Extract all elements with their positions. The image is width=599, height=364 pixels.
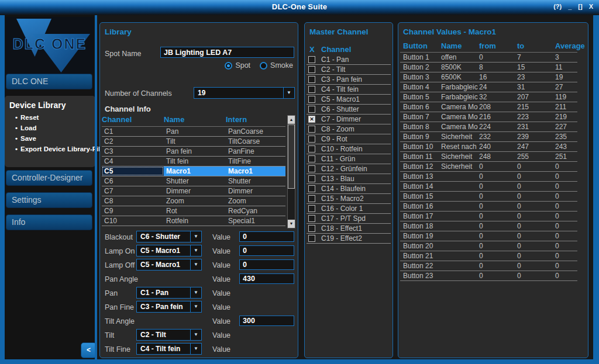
channel-values-row[interactable]: Button 16000 bbox=[400, 202, 577, 212]
blackout-value-input[interactable] bbox=[239, 231, 294, 242]
channel-values-row[interactable]: Button 7Camera Mod216223219 bbox=[400, 112, 577, 122]
tilt-angle-value-input[interactable] bbox=[239, 316, 294, 326]
channel-info-row[interactable]: C1PanPanCoarse bbox=[102, 127, 285, 137]
channel-values-row[interactable]: Button 22000 bbox=[400, 261, 577, 271]
spot-radio[interactable]: Spot bbox=[225, 61, 250, 70]
master-channel-checkbox[interactable] bbox=[308, 126, 315, 133]
master-channel-checkbox[interactable] bbox=[308, 76, 315, 83]
channel-values-row[interactable]: Button 5Farbabgleich32207119 bbox=[400, 92, 577, 102]
channel-values-row[interactable]: Button 21000 bbox=[400, 251, 577, 261]
channel-values-row[interactable]: Button 17000 bbox=[400, 212, 577, 221]
master-channel-checkbox[interactable] bbox=[308, 225, 315, 232]
lamp-on-channel-select[interactable]: C5 - Macro1▼ bbox=[136, 245, 202, 256]
master-channel-checkbox[interactable] bbox=[308, 155, 315, 162]
master-channel-checkbox[interactable]: ✕ bbox=[308, 116, 315, 123]
channel-values-row[interactable]: Button 9Sicherheit232239235 bbox=[400, 132, 577, 142]
channel-values-row[interactable]: Button 4Farbabgleich243127 bbox=[400, 82, 577, 92]
channel-values-row[interactable]: Button 14000 bbox=[400, 182, 577, 192]
sidebar-item-settings[interactable]: Settings bbox=[6, 192, 92, 208]
number-of-channels-select[interactable]: 19 ▼ bbox=[194, 87, 295, 99]
master-channel-checkbox[interactable] bbox=[308, 165, 315, 172]
scroll-down-icon[interactable]: ▼ bbox=[288, 220, 295, 228]
channel-values-row[interactable]: Button 19000 bbox=[400, 231, 577, 241]
channel-info-scrollbar[interactable]: ▲ ▼ bbox=[287, 115, 295, 228]
channel-values-row[interactable]: Button 36500K162319 bbox=[400, 72, 577, 82]
blackout-channel-select[interactable]: C6 - Shutter▼ bbox=[136, 231, 202, 242]
sidebar-item-controller-designer[interactable]: Controller-Designer bbox=[6, 170, 92, 186]
tilt-channel-select[interactable]: C2 - Tilt▼ bbox=[136, 329, 202, 341]
channel-info-row[interactable]: C5Macro1Macro1 bbox=[102, 167, 285, 176]
pan-fine-channel-select[interactable]: C3 - Pan fein▼ bbox=[136, 301, 202, 313]
sidebar-item-save[interactable]: •Save bbox=[5, 133, 95, 144]
master-channel-checkbox[interactable] bbox=[308, 86, 315, 93]
channel-info-row[interactable]: C6ShutterShutter bbox=[102, 176, 285, 186]
sidebar-collapse-button[interactable]: < bbox=[81, 342, 97, 358]
master-channel-checkbox[interactable] bbox=[308, 136, 315, 143]
channel-info-row[interactable]: C7DimmerDimmer bbox=[102, 186, 285, 196]
channel-values-row[interactable]: Button 20000 bbox=[400, 241, 577, 251]
sidebar-item-info[interactable]: Info bbox=[6, 214, 92, 230]
channel-values-row[interactable]: Button 1offen073 bbox=[400, 53, 577, 63]
master-channel-checkbox[interactable] bbox=[308, 235, 315, 242]
sidebar-item-device-library[interactable]: Device Library bbox=[5, 96, 95, 112]
tilt-fine-channel-select[interactable]: C4 - Tilt fein▼ bbox=[136, 343, 202, 355]
sidebar-item-reset[interactable]: •Reset bbox=[5, 112, 95, 123]
lamp-off-channel-select[interactable]: C5 - Macro1▼ bbox=[136, 259, 202, 271]
minimize-icon[interactable]: _ bbox=[568, 3, 572, 10]
from-cell: 8 bbox=[479, 63, 514, 71]
tilt-angle-label: Tilt Angle bbox=[105, 317, 135, 325]
channel-values-row[interactable]: Button 23000 bbox=[400, 271, 577, 281]
master-channel-checkbox[interactable] bbox=[308, 185, 315, 192]
pan-angle-value-input[interactable] bbox=[239, 273, 294, 284]
channel-info-row[interactable]: C2TiltTiltCoarse bbox=[102, 137, 285, 147]
channel-info-row[interactable]: C4Tilt feinTiltFine bbox=[102, 157, 285, 167]
scroll-up-icon[interactable]: ▲ bbox=[288, 116, 295, 124]
master-channel-row: C9 - Rot bbox=[307, 134, 391, 144]
button-cell: Button 7 bbox=[403, 113, 439, 121]
master-channel-label: C6 - Shutter bbox=[321, 105, 359, 113]
master-channel-checkbox[interactable] bbox=[308, 145, 315, 152]
lamp-off-value-input[interactable] bbox=[239, 259, 294, 270]
channel-values-row[interactable]: Button 12Sicherheit000 bbox=[400, 162, 577, 172]
pan-fine-value-label: Value bbox=[212, 303, 230, 311]
lamp-on-value-input[interactable] bbox=[239, 245, 294, 256]
master-channel-checkbox[interactable] bbox=[308, 96, 315, 103]
master-channel-checkbox[interactable] bbox=[308, 205, 315, 212]
master-channel-checkbox[interactable] bbox=[308, 66, 315, 73]
spot-name-input[interactable] bbox=[160, 47, 294, 58]
channel-info-row[interactable]: C8ZoomZoom bbox=[102, 196, 285, 206]
channel-values-row[interactable]: Button 8Camera Mod224231227 bbox=[400, 122, 577, 132]
channel-values-row[interactable]: Button 10Reset nach 2240247243 bbox=[400, 142, 577, 152]
master-channel-label: C13 - Blau bbox=[321, 175, 354, 183]
channel-values-row[interactable]: Button 28500K81511 bbox=[400, 63, 577, 72]
master-channel-checkbox[interactable] bbox=[308, 106, 315, 113]
blackout-value-label: Value bbox=[212, 233, 230, 241]
master-channel-checkbox[interactable] bbox=[308, 215, 315, 222]
smoke-radio[interactable]: Smoke bbox=[260, 61, 293, 70]
from-cell: 208 bbox=[479, 103, 514, 111]
help-icon[interactable]: (?) bbox=[553, 3, 562, 10]
channel-values-row[interactable]: Button 11Sicherheit248255251 bbox=[400, 152, 577, 162]
master-channel-checkbox[interactable] bbox=[308, 175, 315, 182]
tilt-fine-label: Tilt Fine bbox=[105, 345, 130, 353]
channel-info-row[interactable]: C10RotfeinSpecial1 bbox=[102, 216, 285, 226]
channel-values-row[interactable]: Button 15000 bbox=[400, 192, 577, 202]
channel-values-row[interactable]: Button 6Camera Mod208215211 bbox=[400, 102, 577, 112]
scrollbar-thumb[interactable] bbox=[288, 124, 295, 189]
master-channel-checkbox[interactable] bbox=[308, 195, 315, 202]
from-cell: 16 bbox=[479, 73, 514, 81]
sidebar-item-dlc-one[interactable]: DLC ONE bbox=[6, 74, 92, 89]
channel-values-row[interactable]: Button 13000 bbox=[400, 172, 577, 182]
channel-values-row[interactable]: Button 18000 bbox=[400, 221, 577, 231]
chevron-down-icon: ▼ bbox=[190, 301, 201, 312]
sidebar-item-export-device-library-file[interactable]: •Export Device Library-File bbox=[5, 144, 95, 154]
close-icon[interactable]: X bbox=[589, 3, 593, 10]
maximize-icon[interactable]: [] bbox=[578, 3, 582, 10]
pan-channel-select[interactable]: C1 - Pan▼ bbox=[136, 287, 202, 299]
name-cell: Tilt bbox=[164, 137, 226, 146]
blackout-channel-value: C6 - Shutter bbox=[137, 231, 190, 242]
channel-info-row[interactable]: C9RotRedCyan bbox=[102, 206, 285, 216]
sidebar-item-load[interactable]: •Load bbox=[5, 123, 95, 133]
master-channel-checkbox[interactable] bbox=[308, 56, 315, 63]
channel-info-row[interactable]: C3Pan feinPanFine bbox=[102, 147, 285, 157]
